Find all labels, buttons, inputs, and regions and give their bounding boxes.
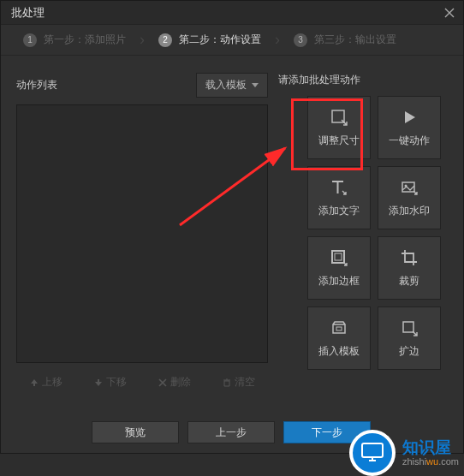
- template-icon: [330, 318, 348, 337]
- arrow-up-icon: [30, 378, 39, 387]
- load-template-label: 载入模板: [205, 78, 247, 92]
- clear-button[interactable]: 清空: [209, 372, 268, 393]
- list-actions: 上移 下移 删除 清空: [16, 372, 268, 393]
- titlebar: 批处理: [1, 1, 463, 25]
- body-area: 动作列表 载入模板 上移 下移 删除: [1, 56, 463, 400]
- preview-label: 预览: [125, 425, 146, 440]
- tile-addtext[interactable]: 添加文字: [307, 166, 371, 229]
- tile-expand[interactable]: 扩边: [378, 306, 441, 370]
- play-icon: [400, 108, 419, 127]
- close-button[interactable]: [441, 5, 458, 21]
- trash-icon: [223, 378, 231, 387]
- footer: 预览 上一步 下一步: [0, 416, 462, 449]
- prev-button[interactable]: 上一步: [187, 421, 275, 443]
- step-sep-2: ›: [275, 31, 280, 49]
- delete-label: 删除: [170, 375, 191, 390]
- close-icon: [444, 8, 455, 18]
- prev-label: 上一步: [216, 425, 247, 440]
- chevron-down-icon: [252, 83, 259, 88]
- window: 批处理 1 第一步：添加照片 › 2 第二步：动作设置 › 3 第三步：输出设置…: [0, 0, 464, 454]
- load-template-button[interactable]: 载入模板: [196, 73, 268, 98]
- arrow-down-icon: [94, 378, 103, 387]
- right-title: 请添加批处理动作: [278, 73, 441, 87]
- action-list-label: 动作列表: [16, 78, 57, 92]
- step-3-num: 3: [294, 33, 307, 47]
- expand-icon: [400, 318, 419, 337]
- clear-label: 清空: [235, 375, 255, 390]
- move-down-button[interactable]: 下移: [80, 372, 140, 393]
- step-1-num: 1: [23, 33, 37, 47]
- left-column: 动作列表 载入模板 上移 下移 删除: [16, 73, 268, 393]
- watermark-en: zhishiwu.com: [402, 456, 459, 467]
- tile-crop-label: 裁剪: [399, 274, 419, 289]
- tile-addtext-label: 添加文字: [318, 204, 360, 218]
- left-header: 动作列表 载入模板: [16, 73, 268, 98]
- step-2[interactable]: 2 第二步：动作设置: [146, 25, 273, 55]
- step-sep-1: ›: [140, 31, 145, 49]
- preview-button[interactable]: 预览: [92, 421, 179, 443]
- step-3-label: 第三步：输出设置: [314, 33, 396, 47]
- tile-oneclick[interactable]: 一键动作: [378, 96, 441, 159]
- action-grid: 调整尺寸 一键动作 添加文字 添加水印 添加边框: [278, 96, 441, 370]
- step-bar: 1 第一步：添加照片 › 2 第二步：动作设置 › 3 第三步：输出设置: [1, 25, 463, 56]
- tile-resize[interactable]: 调整尺寸: [307, 96, 371, 159]
- crop-icon: [400, 248, 419, 267]
- tile-template[interactable]: 插入模板: [307, 306, 371, 370]
- svg-rect-3: [332, 251, 344, 263]
- tile-crop[interactable]: 裁剪: [378, 236, 441, 300]
- next-label: 下一步: [312, 425, 342, 440]
- text-icon: [330, 178, 348, 197]
- move-up-button[interactable]: 上移: [16, 372, 75, 393]
- right-column: 请添加批处理动作 调整尺寸 一键动作 添加文字 添加水印: [278, 73, 441, 393]
- step-1[interactable]: 1 第一步：添加照片: [11, 25, 138, 55]
- step-3[interactable]: 3 第三步：输出设置: [282, 25, 408, 55]
- tile-border[interactable]: 添加边框: [307, 236, 371, 300]
- step-2-num: 2: [158, 33, 172, 47]
- window-title: 批处理: [11, 5, 45, 21]
- tile-resize-label: 调整尺寸: [318, 134, 360, 148]
- step-2-label: 第二步：动作设置: [179, 33, 261, 47]
- tile-expand-label: 扩边: [399, 344, 419, 359]
- svg-rect-5: [336, 327, 342, 330]
- watermark-icon: [400, 178, 419, 197]
- svg-rect-6: [403, 322, 413, 332]
- tile-watermark[interactable]: 添加水印: [378, 166, 441, 229]
- step-1-label: 第一步：添加照片: [44, 33, 126, 47]
- tile-oneclick-label: 一键动作: [389, 134, 430, 148]
- border-icon: [330, 248, 348, 267]
- delete-icon: [158, 378, 167, 387]
- svg-rect-4: [335, 253, 342, 260]
- action-list[interactable]: [16, 104, 268, 363]
- move-up-label: 上移: [42, 375, 62, 390]
- move-down-label: 下移: [106, 375, 127, 390]
- tile-border-label: 添加边框: [318, 274, 360, 289]
- tile-watermark-label: 添加水印: [389, 204, 430, 218]
- tile-template-label: 插入模板: [318, 344, 360, 359]
- resize-icon: [330, 108, 348, 127]
- delete-button[interactable]: 删除: [145, 372, 204, 393]
- next-button[interactable]: 下一步: [283, 421, 371, 443]
